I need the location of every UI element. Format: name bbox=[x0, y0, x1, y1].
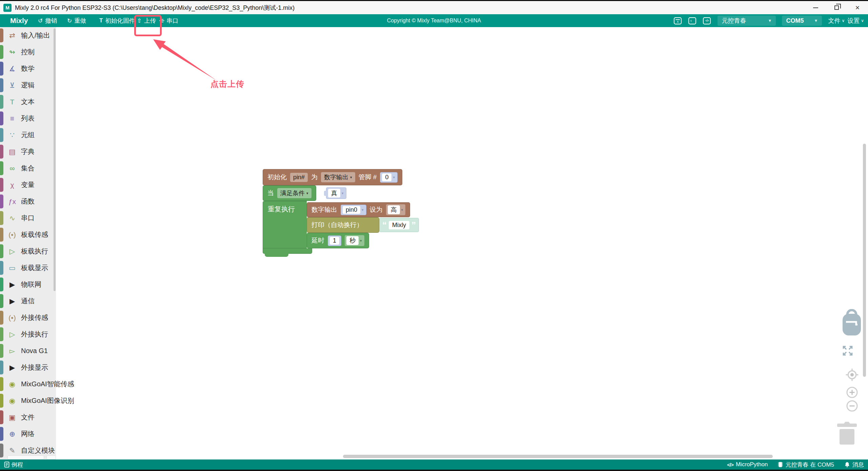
sidebar-category[interactable]: ⇄ 输入/输出 bbox=[0, 27, 56, 44]
toggle-side-panel-button[interactable]: ‹ bbox=[688, 17, 696, 24]
settings-menu[interactable]: 设置∨ bbox=[847, 17, 864, 25]
sidebar-category[interactable]: ▶ 外接显示 bbox=[0, 359, 56, 376]
sidebar-category[interactable]: ▤ 字典 bbox=[0, 143, 56, 160]
code-view-button[interactable]: </> bbox=[703, 17, 711, 24]
level-dropdown[interactable]: 高▾ bbox=[386, 204, 406, 215]
block-repeat-forever[interactable]: 重复执行 bbox=[263, 201, 307, 248]
file-menu[interactable]: 文件∨ bbox=[828, 17, 845, 25]
fit-view-icon[interactable] bbox=[841, 344, 854, 357]
sidebar-category[interactable]: χ 变量 bbox=[0, 177, 56, 193]
sidebar-scrollbar[interactable] bbox=[54, 28, 56, 291]
pin-variable-dropdown[interactable]: pin0▾ bbox=[341, 205, 366, 215]
minimize-button[interactable] bbox=[805, 1, 826, 14]
category-color-bar bbox=[0, 244, 3, 258]
condition-true-value[interactable]: 真▾ bbox=[326, 187, 346, 199]
sidebar-category[interactable]: ↬ 控制 bbox=[0, 44, 56, 60]
sidebar-category[interactable]: ◉ MixGoAI图像识别 bbox=[0, 392, 56, 409]
examples-button[interactable]: 例程 bbox=[4, 461, 23, 469]
upload-highlight-box bbox=[134, 15, 162, 36]
annotation-arrow bbox=[0, 0, 868, 471]
chevron-down-icon: ▼ bbox=[814, 18, 818, 23]
port-select[interactable]: COM5 ▼ bbox=[782, 16, 822, 26]
sidebar-category[interactable]: ƒx 函数 bbox=[0, 193, 56, 210]
window-controls: × bbox=[805, 1, 868, 14]
sidebar-category[interactable]: ◉ MixGoAI智能传感 bbox=[0, 376, 56, 392]
serial-button[interactable]: ψ 串口 bbox=[160, 14, 178, 27]
close-icon: × bbox=[855, 3, 860, 12]
category-icon: ⊕ bbox=[7, 430, 18, 438]
block-delay[interactable]: 延时 1 秒▾ bbox=[307, 233, 369, 248]
sidebar-category[interactable]: ▶ 通信 bbox=[0, 293, 56, 309]
undo-button[interactable]: ↺ 撤销 bbox=[38, 14, 57, 27]
category-icon: ▭ bbox=[7, 264, 18, 272]
category-icon: ▶ bbox=[7, 281, 18, 289]
category-label: 元组 bbox=[21, 130, 35, 140]
string-field[interactable]: Mixly bbox=[389, 221, 409, 229]
sidebar-search-button[interactable] bbox=[46, 455, 56, 459]
block-digital-write[interactable]: 数字输出 pin0▾ 设为 高▾ bbox=[307, 202, 410, 217]
category-icon: ▣ bbox=[7, 413, 18, 422]
zoom-out-icon[interactable] bbox=[846, 400, 858, 412]
category-color-bar bbox=[0, 361, 3, 374]
sidebar-category[interactable]: T 文本 bbox=[0, 94, 56, 110]
redo-icon: ↻ bbox=[67, 17, 72, 24]
category-label: 逻辑 bbox=[21, 81, 35, 90]
pin-number-value[interactable]: 0▾ bbox=[380, 172, 398, 183]
chevron-down-icon: ▾ bbox=[342, 191, 344, 196]
block-repeat-bottom bbox=[263, 248, 312, 254]
sidebar-category[interactable]: ∿ 串口 bbox=[0, 210, 56, 226]
block-label: 当 bbox=[267, 189, 274, 198]
sidebar-category[interactable]: ∡ 数学 bbox=[0, 60, 56, 77]
category-icon: (•) bbox=[7, 314, 18, 322]
string-value-block[interactable]: “ Mixly ” bbox=[379, 218, 419, 232]
sidebar-search-input[interactable] bbox=[7, 455, 44, 459]
delay-value[interactable]: 1 bbox=[328, 236, 341, 246]
sidebar-category[interactable]: (•) 板载传感 bbox=[0, 226, 56, 243]
category-icon: ∞ bbox=[7, 164, 18, 172]
sidebar-category[interactable]: ▶ 物联网 bbox=[0, 276, 56, 293]
redo-button[interactable]: ↻ 重做 bbox=[67, 14, 86, 27]
sidebar-category[interactable]: ∞ 集合 bbox=[0, 160, 56, 177]
sidebar-category[interactable]: ▣ 文件 bbox=[0, 409, 56, 426]
sidebar-category[interactable]: ⊻ 逻辑 bbox=[0, 77, 56, 94]
canvas-vertical-scrollbar[interactable] bbox=[863, 144, 866, 377]
pin-name-field[interactable]: pin# bbox=[290, 173, 308, 182]
block-when-condition[interactable]: 当 满足条件▾ bbox=[263, 185, 316, 201]
canvas-horizontal-scrollbar[interactable] bbox=[343, 455, 773, 458]
init-firmware-button[interactable]: T 初始化固件 bbox=[99, 14, 135, 27]
zoom-in-icon[interactable] bbox=[846, 386, 858, 398]
condition-dropdown[interactable]: 满足条件▾ bbox=[277, 188, 311, 198]
board-select[interactable]: 元控青春 ▼ bbox=[718, 16, 776, 26]
category-icon: ⇄ bbox=[7, 32, 18, 40]
messages-button[interactable]: 消息 bbox=[844, 461, 864, 469]
center-target-icon[interactable] bbox=[845, 368, 859, 382]
toggle-top-panel-button[interactable]: ∧ bbox=[674, 17, 682, 24]
language-indicator[interactable]: </> MicroPython bbox=[727, 461, 768, 468]
restore-button[interactable] bbox=[826, 1, 847, 14]
open-quote: “ bbox=[382, 223, 387, 227]
category-color-bar bbox=[0, 78, 3, 92]
block-print[interactable]: 打印（自动换行） bbox=[307, 217, 379, 233]
sidebar-category[interactable]: ▷ 板载执行 bbox=[0, 243, 56, 260]
sidebar-category[interactable]: ▻ Nova G1 bbox=[0, 343, 56, 359]
delay-unit-dropdown[interactable]: 秒▾ bbox=[345, 235, 364, 246]
sidebar-category[interactable]: ▭ 板载显示 bbox=[0, 260, 56, 276]
sidebar-category[interactable]: ∵ 元组 bbox=[0, 127, 56, 143]
category-label: 通信 bbox=[21, 296, 35, 306]
sidebar-category[interactable]: ≡ 列表 bbox=[0, 110, 56, 127]
block-init-pin[interactable]: 初始化 pin# 为 数字输出▾ 管脚 # 0▾ bbox=[263, 169, 402, 185]
category-color-bar bbox=[0, 62, 3, 76]
category-label: MixGoAI图像识别 bbox=[21, 396, 74, 405]
backpack-icon[interactable] bbox=[841, 309, 863, 337]
panel-top-icon: ∧ bbox=[677, 20, 679, 23]
sidebar-category[interactable]: ▷ 外接执行 bbox=[0, 326, 56, 343]
pin-mode-dropdown[interactable]: 数字输出▾ bbox=[321, 172, 355, 182]
category-icon: ∵ bbox=[7, 131, 18, 139]
category-icon: ∡ bbox=[7, 65, 18, 73]
sidebar-category[interactable]: (•) 外接传感 bbox=[0, 309, 56, 326]
titlebar: M Mixly 2.0 rc4 For Python ESP32-S3 (C:\… bbox=[0, 1, 868, 14]
sidebar-category[interactable]: ⊕ 网络 bbox=[0, 426, 56, 442]
close-button[interactable]: × bbox=[847, 1, 868, 14]
board-port-indicator[interactable]: 元控青春 在 COM5 bbox=[778, 461, 834, 469]
trash-icon[interactable] bbox=[836, 421, 858, 445]
